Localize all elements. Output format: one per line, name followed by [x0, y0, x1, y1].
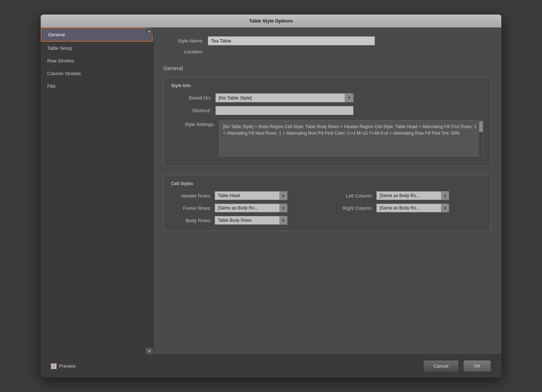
dialog-container: Table Style Options ▲ General Table Setu…	[40, 14, 502, 378]
shortcut-input[interactable]	[215, 106, 353, 115]
sidebar-item-general[interactable]: General	[41, 28, 153, 42]
footer-rows-label: Footer Rows:	[171, 205, 211, 211]
preview-checkbox-wrapper[interactable]: ✓ Preview	[51, 363, 76, 369]
main-content: Style Name: Location: General Style Info…	[153, 28, 501, 354]
sidebar-scroll-down[interactable]: ▼	[146, 348, 153, 354]
header-rows-select-wrapper: Table Head ▼	[215, 191, 287, 200]
footer-buttons: Cancel OK	[423, 360, 491, 372]
dialog-title: Table Style Options	[249, 18, 293, 24]
cell-styles-grid: Header Rows: Table Head ▼ Footer Rows:	[171, 191, 484, 225]
left-column-row: Left Column: [Same as Body Ro... ▼	[333, 191, 484, 200]
cell-styles-left: Header Rows: Table Head ▼ Footer Rows:	[171, 191, 322, 225]
body-rows-row: Body Rows: Table Body Rows ▼	[171, 216, 322, 225]
body-rows-label: Body Rows:	[171, 218, 211, 223]
preview-checkbox[interactable]: ✓	[51, 363, 57, 369]
right-column-label: Right Column:	[333, 205, 373, 211]
style-info-box: Style Info Based On: [No Table Style] ▼ …	[163, 77, 491, 166]
based-on-row: Based On: [No Table Style] ▼	[171, 93, 484, 102]
left-column-select[interactable]: [Same as Body Ro...	[376, 191, 449, 200]
body-rows-select-wrapper: Table Body Rows ▼	[215, 216, 287, 225]
right-column-select-wrapper: [Same as Body Ro... ▼	[376, 204, 449, 212]
dialog-body: ▲ General Table Setup Row Strokes Column…	[41, 28, 501, 354]
sidebar-item-row-strokes[interactable]: Row Strokes	[41, 54, 153, 67]
sidebar-item-fills[interactable]: Fills	[41, 80, 153, 93]
style-name-input[interactable]	[208, 36, 375, 45]
footer-rows-select-wrapper: [Same as Body Ro... ▼	[215, 204, 287, 212]
section-title: General	[163, 65, 491, 71]
style-settings-scrollbar[interactable]	[479, 121, 483, 156]
style-info-title: Style Info	[171, 83, 484, 88]
based-on-label: Based On:	[171, 95, 211, 101]
divider	[163, 59, 491, 59]
preview-label: Preview	[59, 363, 76, 369]
cell-styles-right: Left Column: [Same as Body Ro... ▼ Right…	[333, 191, 484, 225]
checkbox-check-icon: ✓	[52, 364, 56, 369]
right-column-row: Right Column: [Same as Body Ro... ▼	[333, 204, 484, 212]
cancel-button[interactable]: Cancel	[423, 360, 459, 372]
right-column-select[interactable]: [Same as Body Ro...	[376, 204, 449, 212]
shortcut-row: Shortcut:	[171, 106, 484, 115]
sidebar: ▲ General Table Setup Row Strokes Column…	[41, 28, 153, 354]
style-settings-label: Style Settings:	[171, 120, 215, 127]
titlebar: Table Style Options	[41, 15, 501, 28]
footer-rows-select[interactable]: [Same as Body Ro...	[215, 204, 287, 212]
cell-styles-box: Cell Styles Header Rows: Table Head ▼	[163, 175, 491, 231]
style-settings-row: Style Settings: [No Table Style] + Body …	[171, 120, 484, 156]
style-settings-box: [No Table Style] + Body Region Cell Styl…	[219, 120, 484, 156]
left-column-select-wrapper: [Same as Body Ro... ▼	[376, 191, 449, 200]
sidebar-scroll-up[interactable]: ▲	[146, 28, 153, 34]
left-column-label: Left Column:	[333, 193, 373, 199]
shortcut-label: Shortcut:	[171, 108, 211, 113]
based-on-select[interactable]: [No Table Style]	[215, 93, 353, 102]
sidebar-item-column-strokes[interactable]: Column Strokes	[41, 67, 153, 80]
header-rows-row: Header Rows: Table Head ▼	[171, 191, 322, 200]
style-settings-text: [No Table Style] + Body Region Cell Styl…	[223, 124, 476, 136]
body-rows-select[interactable]: Table Body Rows	[215, 216, 287, 225]
style-name-row: Style Name:	[163, 36, 491, 45]
location-label: Location:	[163, 49, 203, 54]
header-rows-label: Header Rows:	[171, 193, 211, 199]
sidebar-item-table-setup[interactable]: Table Setup	[41, 42, 153, 54]
dialog-footer: ✓ Preview Cancel OK	[41, 354, 501, 377]
cell-styles-title: Cell Styles	[171, 181, 484, 186]
footer-rows-row: Footer Rows: [Same as Body Ro... ▼	[171, 204, 322, 212]
location-row: Location:	[163, 49, 491, 54]
based-on-select-wrapper: [No Table Style] ▼	[215, 93, 353, 102]
style-name-label: Style Name:	[163, 38, 203, 44]
preview-area: ✓ Preview	[51, 363, 76, 369]
ok-button[interactable]: OK	[463, 360, 491, 372]
scrollbar-thumb	[479, 121, 483, 132]
header-rows-select[interactable]: Table Head	[215, 191, 287, 200]
